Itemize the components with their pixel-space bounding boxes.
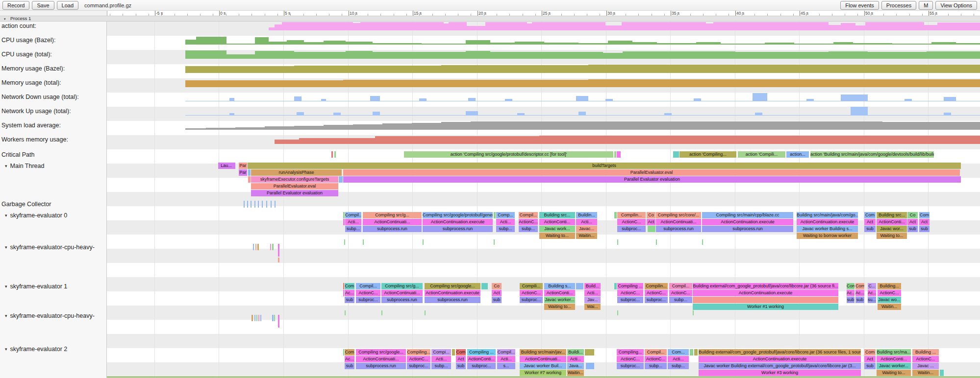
- slice[interactable]: s...: [497, 363, 515, 369]
- slice[interactable]: subp...: [345, 226, 361, 232]
- slice[interactable]: sub: [847, 297, 854, 303]
- slice[interactable]: subp...: [668, 363, 689, 369]
- slice[interactable]: subprocess.run: [656, 226, 701, 232]
- track-header-skyframe-evaluator-1[interactable]: ▾skyframe-evaluator 1: [5, 283, 67, 290]
- slice[interactable]: Javac wor...: [877, 226, 907, 232]
- slice[interactable]: Waiting to...: [877, 233, 907, 239]
- slice[interactable]: [234, 163, 235, 169]
- save-button[interactable]: Save: [32, 1, 54, 10]
- slice[interactable]: Javac worker...: [877, 363, 911, 369]
- slice[interactable]: C...: [868, 283, 876, 289]
- slice[interactable]: [334, 151, 336, 158]
- slice[interactable]: Ac...: [855, 290, 864, 296]
- track-header-skyframe-evaluator-cpu-heavy[interactable]: ▾skyframe-evaluator-cpu-heavy-: [5, 244, 95, 251]
- slice[interactable]: Compilin...: [617, 212, 646, 218]
- slice[interactable]: Co: [492, 283, 502, 289]
- slice[interactable]: Javac wo...: [878, 297, 901, 303]
- slice[interactable]: Waitin...: [912, 370, 939, 376]
- slice[interactable]: [617, 151, 621, 158]
- track-header-skyframe-evaluator-2[interactable]: ▾skyframe-evaluator 2: [5, 346, 67, 353]
- slice[interactable]: sub: [855, 297, 864, 303]
- slice[interactable]: [585, 349, 594, 355]
- slice[interactable]: [614, 283, 617, 289]
- slice[interactable]: Act: [907, 219, 918, 225]
- slice[interactable]: Building external/com_google_protobuf/ja…: [699, 349, 861, 355]
- slice[interactable]: ActionC...: [519, 219, 538, 225]
- slice[interactable]: Waitin...: [576, 233, 597, 239]
- slice[interactable]: Building src/main/jav...: [520, 349, 566, 355]
- slice[interactable]: Acti...: [567, 356, 584, 362]
- slice[interactable]: action 'Building src/main/java/com/googl…: [810, 151, 934, 158]
- slice[interactable]: subprocess.run: [356, 363, 406, 369]
- slice[interactable]: Waiting to borrow worker: [797, 233, 858, 239]
- slice[interactable]: [690, 349, 693, 355]
- slice[interactable]: ActionContinuation.execute: [425, 290, 480, 296]
- slice[interactable]: Compiling src/g...: [363, 212, 422, 218]
- slice[interactable]: buildTargets: [248, 163, 961, 169]
- slice[interactable]: Building...: [878, 283, 901, 289]
- slice[interactable]: subproc...: [617, 226, 646, 232]
- slice[interactable]: action 'Compiling...: [679, 151, 736, 158]
- slice[interactable]: ActionContinuation.execute: [797, 219, 858, 225]
- slice[interactable]: Compil...: [645, 349, 667, 355]
- slice[interactable]: skyframeExecutor.configureTargets: [251, 176, 338, 183]
- slice[interactable]: Compiling ...: [467, 349, 496, 355]
- slice[interactable]: ActionC...: [356, 290, 380, 296]
- slice[interactable]: Java...: [567, 363, 584, 369]
- slice[interactable]: Acti...: [576, 219, 597, 225]
- track-header-skyframe-evaluator-0[interactable]: ▾skyframe-evaluator 0: [5, 212, 67, 219]
- slice[interactable]: subp...: [431, 363, 451, 369]
- slice[interactable]: Build...: [584, 283, 601, 289]
- slice[interactable]: Javac work...: [539, 226, 575, 232]
- slice[interactable]: ActionContinuation.execute: [423, 219, 493, 225]
- slice[interactable]: sub: [345, 297, 354, 303]
- slice[interactable]: [648, 226, 655, 232]
- slice[interactable]: Javac worker Buil...: [520, 363, 566, 369]
- slice[interactable]: action 'Compiling src/google/protobuf/de…: [404, 151, 613, 158]
- slice[interactable]: [343, 219, 345, 225]
- slice[interactable]: Co: [647, 212, 655, 218]
- slice[interactable]: ActionContinuati...: [381, 290, 423, 296]
- slice[interactable]: Com...: [668, 349, 689, 355]
- slice[interactable]: subp...: [496, 226, 515, 232]
- slice[interactable]: subproc...: [617, 363, 644, 369]
- slice[interactable]: ActionC...: [617, 219, 646, 225]
- slice[interactable]: ActionC...: [407, 356, 430, 362]
- slice[interactable]: [343, 212, 345, 218]
- slice[interactable]: [693, 297, 838, 303]
- slice[interactable]: Acti...: [668, 356, 689, 362]
- slice[interactable]: ActionC...: [912, 356, 939, 362]
- slice[interactable]: Par: [239, 163, 247, 169]
- slice[interactable]: ActionContinuati...: [656, 219, 701, 225]
- slice[interactable]: Act: [864, 219, 876, 225]
- record-button[interactable]: Record: [2, 1, 29, 10]
- slice[interactable]: Waiting to...: [539, 233, 575, 239]
- slice[interactable]: subproc...: [407, 363, 430, 369]
- slice[interactable]: Compiling src/g...: [381, 283, 423, 289]
- slice[interactable]: [586, 363, 594, 369]
- slice[interactable]: [343, 290, 344, 296]
- slice[interactable]: Compil...: [497, 349, 515, 355]
- slice[interactable]: subp...: [669, 297, 692, 303]
- slice[interactable]: Building external/com_google_protobuf/ja…: [693, 283, 838, 289]
- slice[interactable]: sub: [345, 363, 354, 369]
- slice[interactable]: [331, 151, 333, 158]
- slice[interactable]: Building src...: [539, 212, 575, 218]
- slice[interactable]: Parallel Evaluator evaluation: [343, 176, 961, 183]
- slice[interactable]: Waitin...: [567, 370, 584, 376]
- slice[interactable]: Compiling...: [617, 349, 644, 355]
- slice[interactable]: [673, 151, 679, 158]
- load-button[interactable]: Load: [57, 1, 78, 10]
- slice[interactable]: ActionC...: [617, 290, 643, 296]
- slice[interactable]: ActionC...: [878, 290, 901, 296]
- slice[interactable]: Javac worker...: [544, 297, 575, 303]
- slice[interactable]: Act: [456, 356, 466, 362]
- slice[interactable]: ActionC...: [669, 290, 692, 296]
- slice[interactable]: Com: [345, 349, 354, 355]
- slice[interactable]: Ac...: [847, 290, 854, 296]
- slice[interactable]: Com: [864, 349, 876, 355]
- slice[interactable]: [614, 212, 617, 218]
- slice[interactable]: sub: [919, 226, 930, 232]
- slice[interactable]: Acti...: [345, 219, 361, 225]
- slice[interactable]: [940, 370, 944, 376]
